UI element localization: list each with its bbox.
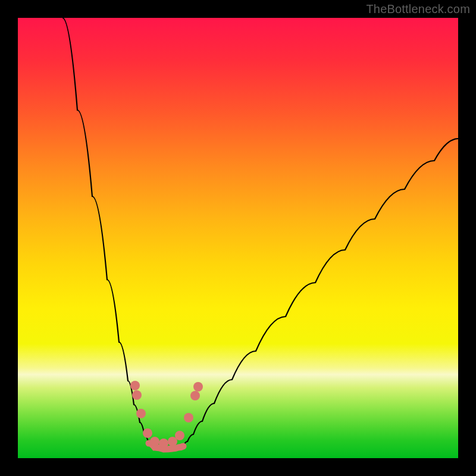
marker-dot xyxy=(130,381,140,390)
right-curve xyxy=(183,139,458,446)
marker-dot xyxy=(136,409,146,418)
watermark-text: TheBottleneck.com xyxy=(366,2,470,16)
marker-dot xyxy=(193,382,203,392)
marker-dot xyxy=(143,428,152,438)
marker-dot xyxy=(184,413,193,422)
marker-dot xyxy=(132,390,142,400)
marker-dot xyxy=(150,437,159,446)
marker-dot xyxy=(190,391,200,400)
chart-frame: TheBottleneck.com xyxy=(0,0,476,476)
left-curve xyxy=(62,18,149,443)
marker-dot xyxy=(159,439,168,448)
marker-dots xyxy=(130,381,203,448)
plot-area xyxy=(18,18,458,458)
marker-dot xyxy=(175,431,184,440)
curve-layer xyxy=(18,18,458,458)
